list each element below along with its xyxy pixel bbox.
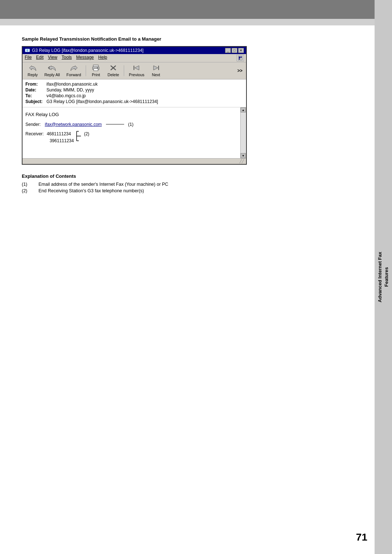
- reply-icon: [29, 65, 37, 72]
- svg-rect-2: [241, 57, 242, 58]
- menu-file[interactable]: File: [25, 55, 32, 61]
- next-button[interactable]: Next: [148, 64, 164, 78]
- svg-rect-1: [239, 57, 240, 58]
- right-sidebar: Advanced Internet Fax Features: [375, 0, 392, 554]
- title-bar-controls[interactable]: _ □ ✕: [225, 48, 244, 53]
- to-label: To:: [25, 93, 46, 98]
- menu-view[interactable]: View: [48, 55, 57, 61]
- previous-button[interactable]: Previous: [126, 64, 147, 78]
- svg-rect-3: [239, 58, 240, 59]
- explanation-section: Explanation of Contents (1) Email addres…: [22, 173, 370, 193]
- delete-button[interactable]: Delete: [105, 64, 122, 78]
- menu-bar: File Edit View Tools Message Help: [23, 54, 246, 62]
- list-item-2: (2) End Receiving Station's G3 fax telep…: [22, 188, 370, 193]
- scroll-up-arrow[interactable]: ▲: [241, 107, 246, 112]
- receiver-bracket: [76, 131, 82, 141]
- delete-label: Delete: [107, 73, 119, 77]
- list-item-1: (1) Email address of the sender's Intern…: [22, 182, 370, 187]
- receiver-label: Receiver:: [25, 131, 44, 137]
- print-icon: [92, 65, 99, 72]
- svg-rect-7: [97, 67, 98, 68]
- previous-label: Previous: [129, 73, 144, 77]
- email-body: FAX Relay LOG Sender: ifax@network.panas…: [23, 107, 246, 158]
- toolbar-more[interactable]: >>: [236, 67, 244, 74]
- from-row: From: ifax@london.panasonic.uk: [25, 82, 243, 87]
- forward-icon: [69, 65, 78, 72]
- main-content: Sample Relayed Transmission Notification…: [22, 33, 370, 198]
- previous-icon: [132, 65, 140, 72]
- reply-all-label: Reply All: [44, 73, 60, 77]
- sender-annotation: (1): [128, 121, 134, 128]
- sender-email: ifax@network.panasonic.com: [45, 121, 102, 128]
- receiver-number-1: 4681111234: [47, 131, 74, 137]
- receiver-line: Receiver: 4681111234 3961111234 (2): [25, 131, 237, 144]
- sidebar-line1: Advanced Internet Fax: [377, 252, 383, 302]
- next-icon: [152, 65, 160, 72]
- scroll-track: [241, 112, 246, 153]
- toolbar: Reply Reply All Forward: [23, 62, 246, 79]
- top-bar: [0, 0, 392, 19]
- scroll-bar[interactable]: ▲ ▼: [240, 107, 246, 158]
- to-value: v4@labo.mgcs.co.jp: [46, 93, 86, 98]
- close-button[interactable]: ✕: [238, 48, 244, 53]
- date-value: Sunday, MMM, DD, yyyy: [46, 87, 94, 93]
- menu-help[interactable]: Help: [98, 55, 107, 61]
- title-bar: 📧 G3 Relay LOG [ifax@london.panasonic.uk…: [23, 47, 246, 54]
- print-label: Print: [92, 73, 100, 77]
- email-body-container: FAX Relay LOG Sender: ifax@network.panas…: [23, 107, 246, 158]
- section-heading: Sample Relayed Transmission Notification…: [22, 36, 370, 42]
- menu-edit[interactable]: Edit: [36, 55, 44, 61]
- list-text-1: Email address of the sender's Internet F…: [38, 182, 168, 187]
- svg-marker-12: [154, 66, 158, 70]
- bracket-icon: [76, 131, 82, 141]
- email-headers: From: ifax@london.panasonic.uk Date: Sun…: [23, 79, 246, 107]
- email-window: 📧 G3 Relay LOG [ifax@london.panasonic.uk…: [22, 46, 247, 165]
- sender-hline: [106, 124, 124, 124]
- next-label: Next: [152, 73, 160, 77]
- sender-label: Sender:: [25, 121, 41, 128]
- page-number: 71: [356, 532, 367, 543]
- minimize-button[interactable]: _: [225, 48, 231, 53]
- forward-button[interactable]: Forward: [64, 64, 84, 78]
- resize-handle[interactable]: ╱╱: [240, 159, 244, 163]
- date-row: Date: Sunday, MMM, DD, yyyy: [25, 87, 243, 93]
- list-num-2: (2): [22, 188, 33, 193]
- receiver-numbers: 4681111234 3961111234: [47, 131, 74, 144]
- explanation-heading: Explanation of Contents: [22, 173, 370, 179]
- title-bar-text: G3 Relay LOG [ifax@london.panasonic.uk->…: [32, 48, 143, 53]
- reply-all-icon: [48, 65, 57, 72]
- svg-rect-6: [94, 69, 98, 71]
- explanation-list: (1) Email address of the sender's Intern…: [22, 182, 370, 193]
- from-value: ifax@london.panasonic.uk: [46, 82, 98, 87]
- second-bar: [0, 19, 392, 25]
- delete-icon: [110, 65, 117, 72]
- reply-label: Reply: [28, 73, 38, 77]
- scroll-down-arrow[interactable]: ▼: [241, 153, 246, 158]
- receiver-annotation: (2): [84, 131, 89, 137]
- print-button[interactable]: Print: [88, 64, 104, 78]
- title-bar-left: 📧 G3 Relay LOG [ifax@london.panasonic.uk…: [25, 48, 143, 53]
- menu-icon-area: [237, 55, 244, 61]
- fax-title: FAX Relay LOG: [25, 111, 237, 118]
- list-num-1: (1): [22, 182, 33, 187]
- email-window-icon: 📧: [25, 48, 30, 53]
- subject-row: Subject: G3 Relay LOG [ifax@london.panas…: [25, 99, 243, 104]
- status-bar: ╱╱: [23, 158, 246, 164]
- app-icon: [238, 56, 243, 61]
- maximize-button[interactable]: □: [232, 48, 237, 53]
- sidebar-text: Advanced Internet Fax Features: [377, 252, 390, 302]
- reply-button[interactable]: Reply: [25, 64, 41, 78]
- receiver-number-2: 3961111234: [50, 138, 74, 144]
- svg-marker-10: [135, 66, 139, 70]
- from-label: From:: [25, 82, 46, 87]
- date-label: Date:: [25, 87, 46, 93]
- toolbar-sep-2: [124, 65, 124, 76]
- menu-message[interactable]: Message: [76, 55, 94, 61]
- subject-value: G3 Relay LOG [ifax@london.panasonic.uk->…: [46, 99, 158, 104]
- reply-all-button[interactable]: Reply All: [41, 64, 63, 78]
- to-row: To: v4@labo.mgcs.co.jp: [25, 93, 243, 98]
- sender-line: Sender: ifax@network.panasonic.com (1): [25, 121, 237, 128]
- toolbar-sep-1: [86, 65, 86, 76]
- menu-tools[interactable]: Tools: [62, 55, 72, 61]
- list-text-2: End Receiving Station's G3 fax telephone…: [38, 188, 144, 193]
